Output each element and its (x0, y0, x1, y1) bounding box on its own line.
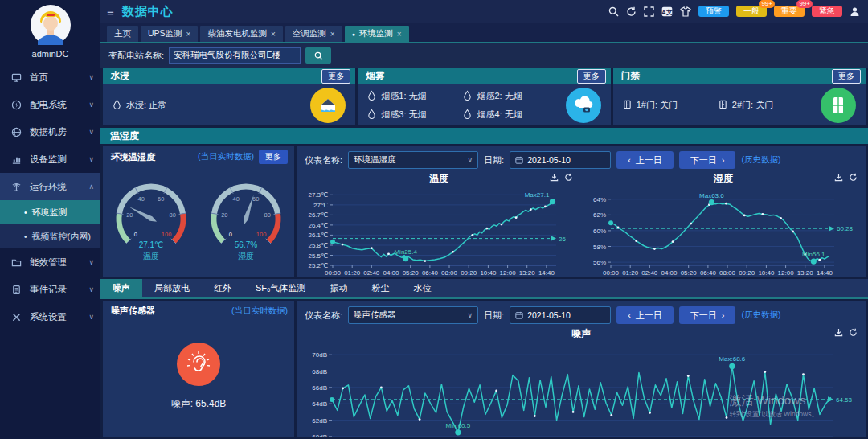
refresh-icon[interactable] (626, 6, 637, 17)
realtime-data-link[interactable]: (当日实时数据) (231, 306, 288, 317)
env-tab-sf6[interactable]: SF₆气体监测 (244, 279, 318, 297)
gauge-panel: 环境温湿度 (当日实时数据) 更多 02040608010027.1℃温度 02… (103, 146, 294, 277)
globe-icon (11, 127, 24, 137)
signal-icon (11, 182, 24, 192)
sidebar-subitem-env-monitor[interactable]: • 环境监测 (0, 200, 100, 224)
sidebar-item-power-system[interactable]: 配电系统 ∨ (0, 91, 100, 118)
humidity-line-chart: 56%58%60%62%64%00:0001:2002:4004:0005:20… (582, 186, 865, 277)
sidebar-item-event-log[interactable]: 事件记录 ∨ (0, 276, 100, 303)
close-icon[interactable]: × (186, 30, 191, 39)
search-icon[interactable] (608, 6, 619, 17)
sidebar-item-data-room[interactable]: 数据机房 ∨ (0, 118, 100, 146)
alarm-badge-warning[interactable]: 预警 (698, 6, 729, 17)
sidebar-item-home[interactable]: 首页 ∨ (0, 64, 100, 91)
env-tab-noise[interactable]: 噪声 (100, 279, 142, 297)
chevron-up-icon: ∧ (88, 183, 94, 191)
date-picker[interactable]: 2021-05-10 (510, 306, 611, 324)
hamburger-icon[interactable]: ≡ (107, 5, 114, 18)
prev-day-button[interactable]: ‹上一日 (616, 151, 674, 169)
history-data-link[interactable]: (历史数据) (741, 154, 780, 166)
sidebar-item-device-monitor[interactable]: 设备监测 ∨ (0, 146, 100, 173)
date-picker[interactable]: 2021-05-10 (510, 151, 611, 169)
svg-text:25.8℃: 25.8℃ (308, 242, 328, 249)
noise-chart-panel: 仪表名称: 噪声传感器 ∨ 日期: 2021-05-10 ‹上一日 下一日› (… (297, 301, 866, 437)
reload-icon[interactable] (849, 173, 858, 182)
download-icon[interactable] (550, 173, 559, 182)
history-data-link[interactable]: (历史数据) (741, 310, 780, 321)
tab-env[interactable]: ●环境监测× (345, 26, 409, 42)
close-icon[interactable]: × (271, 30, 276, 39)
sidebar-item-operating-env[interactable]: 运行环境 ∧ (0, 173, 100, 200)
user-icon[interactable] (850, 6, 860, 17)
station-search-button[interactable] (305, 47, 331, 64)
svg-text:68dB: 68dB (312, 368, 327, 375)
realtime-data-link[interactable]: (当日实时数据) (198, 151, 254, 162)
temperature-chart-title: 温度 (429, 172, 448, 186)
download-icon[interactable] (834, 328, 843, 337)
alarm-badge-important[interactable]: 重要99+ (774, 6, 805, 17)
env-tab-partial[interactable]: 局部放电 (142, 279, 202, 297)
svg-text:26.1℃: 26.1℃ (308, 232, 328, 239)
sidebar-subitem-video-monitor[interactable]: • 视频监控(内网) (0, 224, 100, 248)
card-item: 烟感2: 无烟 (463, 90, 559, 102)
noise-panel-title: 噪声传感器 (111, 305, 155, 317)
next-day-button[interactable]: 下一日› (679, 151, 736, 169)
env-tab-vibration[interactable]: 振动 (318, 279, 360, 297)
more-button[interactable]: 更多 (321, 69, 350, 84)
avatar[interactable] (0, 0, 100, 46)
reload-icon[interactable] (849, 328, 858, 337)
more-button[interactable]: 更多 (577, 69, 606, 84)
tab-diesel[interactable]: 柴油发电机监测× (200, 26, 282, 42)
env-tab-dust[interactable]: 粉尘 (360, 279, 402, 297)
noise-sensor-panel: 噪声传感器 (当日实时数据) (103, 301, 294, 437)
date-label: 日期: (484, 154, 504, 166)
more-button[interactable]: 更多 (259, 150, 288, 164)
temp-humidity-panel: 环境温湿度 (当日实时数据) 更多 02040608010027.1℃温度 02… (100, 146, 868, 277)
alarm-badge-urgent[interactable]: 紧急 (812, 6, 842, 17)
tab-ac[interactable]: 空调监测× (285, 26, 342, 42)
more-button[interactable]: 更多 (832, 69, 861, 84)
tab-ups[interactable]: UPS监测× (141, 26, 198, 42)
meter-select[interactable]: 噪声传感器 ∨ (348, 306, 478, 324)
door-icon (719, 100, 727, 111)
meter-name-label: 仪表名称: (305, 154, 342, 166)
monitor-icon (11, 72, 24, 83)
env-tab-infrared[interactable]: 红外 (202, 279, 244, 297)
worker-avatar-icon (30, 4, 72, 46)
svg-text:02:40: 02:40 (641, 269, 658, 277)
env-tab-water-level[interactable]: 水位 (402, 279, 444, 297)
svg-text:58%: 58% (593, 244, 606, 251)
tools-icon (11, 312, 24, 322)
tabbar: 主页UPS监测×柴油发电机监测×空调监测×●环境监测× (100, 23, 868, 43)
svg-text:04:00: 04:00 (383, 269, 399, 277)
meter-select[interactable]: 环境温湿度 ∨ (348, 151, 478, 169)
next-day-button[interactable]: 下一日› (679, 306, 736, 324)
app-root: adminDC 首页 ∨ 配电系统 ∨ 数据机房 ∨ 设备监测 ∨ 运行环境 ∧… (0, 0, 868, 439)
svg-text:Max:68.6: Max:68.6 (719, 355, 745, 363)
tab-home[interactable]: 主页 (107, 26, 138, 42)
svg-text:温度: 温度 (143, 252, 159, 261)
th-charts-pair: 温度 25.2℃25.5℃25.8℃26.1℃26.4℃26.7℃27℃27.3… (297, 171, 866, 277)
th-controls: 仪表名称: 环境温湿度 ∨ 日期: 2021-05-10 ‹上一日 下一日› (… (297, 146, 866, 171)
svg-text:14:40: 14:40 (817, 269, 833, 277)
fullscreen-icon[interactable] (644, 6, 654, 17)
alarm-badge-general[interactable]: 一般99+ (736, 6, 767, 17)
chevron-down-icon: ∨ (88, 155, 94, 163)
sidebar-item-system-settings[interactable]: 系统设置 ∨ (0, 303, 100, 330)
station-search-input[interactable] (169, 47, 301, 64)
prev-day-button[interactable]: ‹上一日 (616, 306, 674, 324)
badge-count: 99+ (796, 0, 813, 8)
download-icon[interactable] (834, 173, 843, 182)
close-icon[interactable]: × (330, 30, 335, 39)
reload-icon[interactable] (564, 173, 573, 182)
svg-text:Min:60.5: Min:60.5 (446, 422, 471, 429)
svg-text:05:20: 05:20 (403, 269, 420, 277)
gauges: 02040608010027.1℃温度 02040608010056.7%湿度 (103, 164, 294, 277)
close-icon[interactable]: × (397, 30, 402, 39)
theme-icon[interactable] (680, 6, 691, 17)
sidebar-item-energy-mgmt[interactable]: 能效管理 ∨ (0, 248, 100, 276)
translate-icon[interactable]: A文 (661, 6, 673, 17)
drop-icon (463, 109, 472, 121)
noise-line-chart: 60dB62dB64dB66dB68dB70dB00:0000:3501:100… (300, 341, 862, 437)
svg-text:70dB: 70dB (312, 351, 327, 359)
